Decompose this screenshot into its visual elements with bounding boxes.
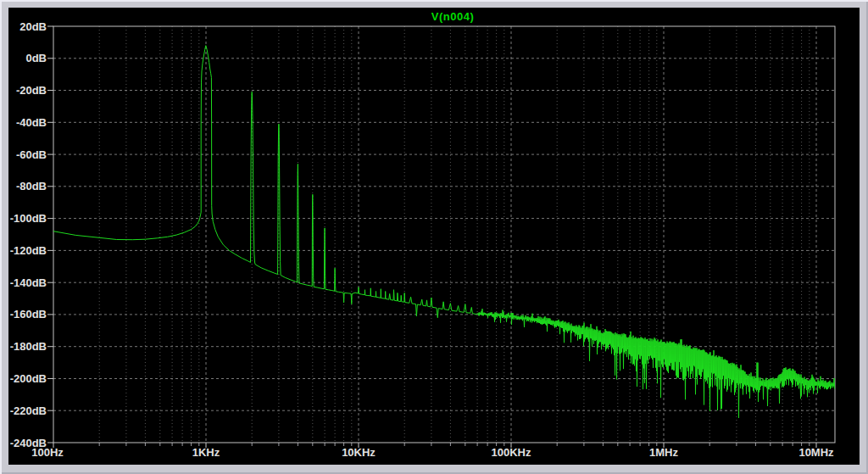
x-tick-label: 1MHz — [649, 446, 678, 459]
window-frame: V(n004) 20dB0dB-20dB-40dB-60dB-80dB-100d… — [0, 0, 868, 474]
y-tick-label: -80dB — [16, 180, 47, 192]
y-tick-label: -180dB — [10, 340, 47, 353]
x-tick-label: 1KHz — [192, 446, 220, 459]
x-tick-label: 100Hz — [31, 446, 64, 459]
y-tick-label: 20dB — [19, 20, 47, 33]
y-tick-label: -20dB — [16, 84, 47, 97]
x-tick-label: 100KHz — [492, 446, 531, 459]
y-tick-label: -120dB — [10, 244, 47, 257]
fft-trace[interactable] — [53, 46, 835, 418]
y-tick-label: -100dB — [10, 212, 47, 225]
y-tick-label: -200dB — [10, 372, 47, 385]
fft-plot[interactable]: 20dB0dB-20dB-40dB-60dB-80dB-100dB-120dB-… — [8, 8, 860, 465]
waveform-pane[interactable]: V(n004) 20dB0dB-20dB-40dB-60dB-80dB-100d… — [8, 8, 860, 465]
y-tick-label: -160dB — [10, 308, 47, 321]
x-tick-label: 10MHz — [798, 446, 834, 459]
y-tick-label: -60dB — [16, 148, 47, 161]
y-tick-label: -40dB — [16, 116, 47, 129]
y-tick-label: -140dB — [10, 276, 47, 289]
y-tick-label: -220dB — [10, 404, 47, 417]
x-tick-label: 10KHz — [342, 446, 376, 459]
y-tick-label: 0dB — [25, 52, 47, 64]
